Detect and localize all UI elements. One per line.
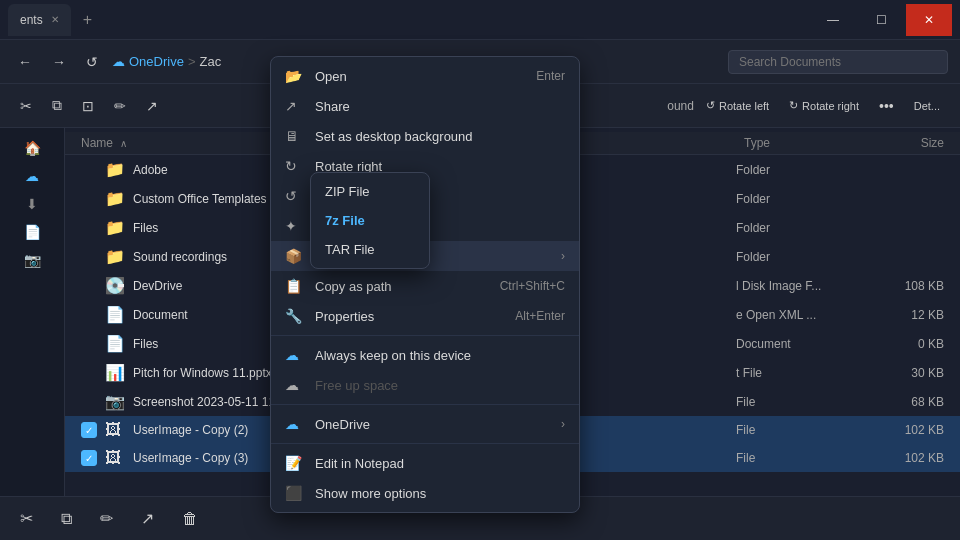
breadcrumb-folder[interactable]: Zac — [200, 54, 222, 69]
tab-area: ents ✕ + — [8, 4, 100, 36]
col-type-header[interactable]: Type — [744, 136, 864, 150]
paste-button[interactable]: ⊡ — [74, 94, 102, 118]
submenu-zip[interactable]: ZIP File — [311, 177, 429, 206]
menu-share-label: Share — [315, 99, 565, 114]
docs-icon: 📄 — [24, 224, 41, 240]
file-type: File — [736, 395, 856, 409]
sidebar-item-2[interactable]: ☁ — [4, 164, 60, 188]
checkbox-checked[interactable]: ✓ — [81, 450, 97, 466]
rotate-left-button[interactable]: ↺ Rotate left — [698, 95, 777, 116]
bottom-share-button[interactable]: ↗ — [133, 505, 162, 532]
col-size-header[interactable]: Size — [864, 136, 944, 150]
rotate-left-icon: ↺ — [285, 188, 305, 204]
search-input[interactable] — [728, 50, 948, 74]
more-options-button[interactable]: ••• — [871, 94, 902, 118]
menu-desktop-label: Set as desktop background — [315, 129, 565, 144]
rename-button[interactable]: ✏ — [106, 94, 134, 118]
minimize-button[interactable]: — — [810, 4, 856, 36]
home-icon: 🏠 — [24, 140, 41, 156]
rotate-left-label: Rotate left — [719, 100, 769, 112]
disk-image-icon: 💽 — [105, 276, 125, 295]
menu-copy-path-label: Copy as path — [315, 279, 490, 294]
context-menu-share[interactable]: ↗ Share — [271, 91, 579, 121]
desktop-icon: 🖥 — [285, 128, 305, 144]
checkbox-checked[interactable]: ✓ — [81, 422, 97, 438]
active-tab[interactable]: ents ✕ — [8, 4, 71, 36]
file-type: Folder — [736, 192, 856, 206]
menu-properties-label: Properties — [315, 309, 505, 324]
rotate-right-icon: ↻ — [285, 158, 305, 174]
sidebar-item-5[interactable]: 📷 — [4, 248, 60, 272]
context-menu-more-options[interactable]: ⬛ Show more options — [271, 478, 579, 508]
bottom-delete-button[interactable]: 🗑 — [174, 506, 206, 532]
properties-icon: 🔧 — [285, 308, 305, 324]
file-size: 108 KB — [864, 279, 944, 293]
onedrive-icon: ☁ — [112, 54, 125, 69]
document-icon: 📄 — [105, 305, 125, 324]
sidebar-item-4[interactable]: 📄 — [4, 220, 60, 244]
menu-open-shortcut: Enter — [536, 69, 565, 83]
file-type: File — [736, 423, 856, 437]
menu-free-space-label: Free up space — [315, 378, 565, 393]
tab-close-button[interactable]: ✕ — [51, 14, 59, 25]
menu-divider-3 — [271, 443, 579, 444]
cut-icon: ✂ — [20, 98, 32, 114]
notepad-icon: 📝 — [285, 455, 305, 471]
menu-divider-1 — [271, 335, 579, 336]
folder-icon: 📁 — [105, 189, 125, 208]
presentation-icon: 📊 — [105, 363, 125, 382]
submenu-7z[interactable]: 7z File — [311, 206, 429, 235]
file-type: Folder — [736, 163, 856, 177]
download-icon: ⬇ — [26, 196, 38, 212]
rotate-left-icon: ↺ — [706, 99, 715, 112]
copy-button[interactable]: ⧉ — [44, 93, 70, 118]
window-controls: — ☐ ✕ — [810, 4, 952, 36]
context-menu-onedrive[interactable]: ☁ OneDrive › — [271, 409, 579, 439]
folder-icon: 📁 — [105, 247, 125, 266]
file-size: 30 KB — [864, 366, 944, 380]
document-icon: 📄 — [105, 334, 125, 353]
share-icon: ↗ — [285, 98, 305, 114]
forward-button[interactable]: → — [46, 50, 72, 74]
new-tab-button[interactable]: + — [75, 7, 100, 33]
breadcrumb: ☁ OneDrive > Zac — [112, 54, 221, 69]
context-menu-open[interactable]: 📂 Open Enter — [271, 61, 579, 91]
cut-button[interactable]: ✂ — [12, 94, 40, 118]
context-menu-desktop-bg[interactable]: 🖥 Set as desktop background — [271, 121, 579, 151]
context-menu-properties[interactable]: 🔧 Properties Alt+Enter — [271, 301, 579, 331]
more-options-icon: ⬛ — [285, 485, 305, 501]
refresh-button[interactable]: ↺ — [80, 50, 104, 74]
sidebar-item-1[interactable]: 🏠 — [4, 136, 60, 160]
back-button[interactable]: ← — [12, 50, 38, 74]
menu-divider-2 — [271, 404, 579, 405]
submenu-arrow: › — [561, 249, 565, 263]
bottom-rename-button[interactable]: ✏ — [92, 505, 121, 532]
round-label: ound — [667, 99, 694, 113]
breadcrumb-onedrive[interactable]: OneDrive — [129, 54, 184, 69]
close-button[interactable]: ✕ — [906, 4, 952, 36]
menu-notepad-label: Edit in Notepad — [315, 456, 565, 471]
copy-path-icon: 📋 — [285, 278, 305, 294]
details-button[interactable]: Det... — [906, 96, 948, 116]
file-type: t File — [736, 366, 856, 380]
rename-icon: ✏ — [114, 98, 126, 114]
image-icon: 🖼 — [105, 449, 125, 467]
favorites-icon: ✦ — [285, 218, 305, 234]
context-menu-always-keep[interactable]: ☁ Always keep on this device — [271, 340, 579, 370]
share-button[interactable]: ↗ — [138, 94, 166, 118]
context-menu-notepad[interactable]: 📝 Edit in Notepad — [271, 448, 579, 478]
bottom-copy-button[interactable]: ⧉ — [53, 506, 80, 532]
image-icon: 📷 — [105, 392, 125, 411]
sidebar-item-3[interactable]: ⬇ — [4, 192, 60, 216]
context-menu-copy-path[interactable]: 📋 Copy as path Ctrl+Shift+C — [271, 271, 579, 301]
compress-submenu: ZIP File 7z File TAR File — [310, 172, 430, 269]
tab-label: ents — [20, 13, 43, 27]
submenu-tar[interactable]: TAR File — [311, 235, 429, 264]
bottom-cut-button[interactable]: ✂ — [12, 505, 41, 532]
photos-icon: 📷 — [24, 252, 41, 268]
always-keep-icon: ☁ — [285, 347, 305, 363]
maximize-button[interactable]: ☐ — [858, 4, 904, 36]
onedrive-icon: ☁ — [285, 416, 305, 432]
rotate-right-button[interactable]: ↻ Rotate right — [781, 95, 867, 116]
open-icon: 📂 — [285, 68, 305, 84]
